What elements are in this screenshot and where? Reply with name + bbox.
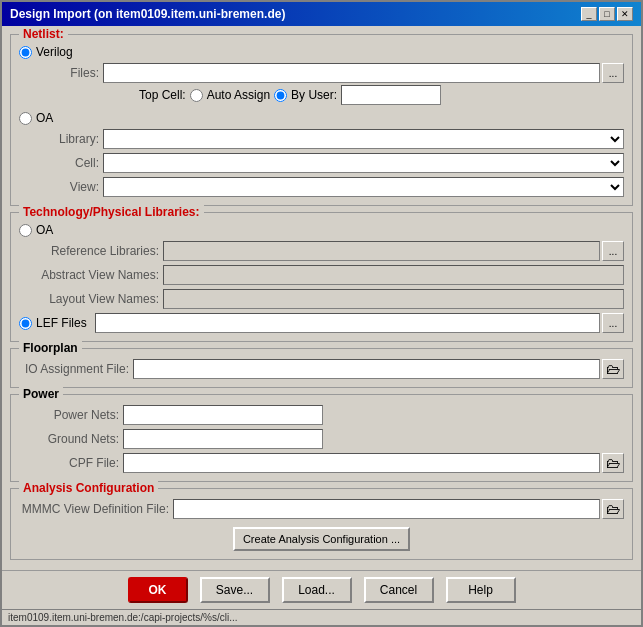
ground-nets-row: Ground Nets: VSS	[19, 429, 624, 449]
status-bar: item0109.item.uni-bremen.de:/capi-projec…	[2, 609, 641, 625]
files-label: Files:	[39, 66, 99, 80]
view-select[interactable]	[103, 177, 624, 197]
cell-select[interactable]	[103, 153, 624, 173]
maximize-button[interactable]: □	[599, 7, 615, 21]
layout-view-label: Layout View Names:	[39, 292, 159, 306]
by-user-input[interactable]: pulpino_top	[341, 85, 441, 105]
io-file-label: IO Assignment File:	[19, 362, 129, 376]
tech-section: Technology/Physical Libraries: OA Refere…	[10, 212, 633, 342]
help-button[interactable]: Help	[446, 577, 516, 603]
tech-oa-radio[interactable]	[19, 224, 32, 237]
window-title: Design Import (on item0109.item.uni-brem…	[10, 7, 285, 21]
library-row: Library:	[19, 129, 624, 149]
main-window: Design Import (on item0109.item.uni-brem…	[0, 0, 643, 627]
mmmc-browse-button[interactable]: 🗁	[602, 499, 624, 519]
mmmc-input[interactable]: cmd/mmmc_pulpino.view	[173, 499, 600, 519]
netlist-section: Netlist: Verilog Files: ../gate/pulpino_…	[10, 34, 633, 206]
tech-oa-row: OA	[19, 223, 624, 237]
oa-label: OA	[36, 111, 53, 125]
lef-files-input-group: ../.././_0_FreePDK45/NangateOpenCellLibr…	[95, 313, 624, 333]
abstract-view-row: Abstract View Names:	[19, 265, 624, 285]
create-analysis-button[interactable]: Create Analysis Configuration ...	[233, 527, 410, 551]
mmmc-row: MMMC View Definition File: cmd/mmmc_pulp…	[19, 499, 624, 519]
mmmc-label: MMMC View Definition File:	[19, 502, 169, 516]
ground-nets-input[interactable]: VSS	[123, 429, 323, 449]
ref-libraries-input-group: ...	[163, 241, 624, 261]
top-cell-row: Top Cell: Auto Assign By User: pulpino_t…	[19, 85, 624, 105]
ok-button[interactable]: OK	[128, 577, 188, 603]
tech-title: Technology/Physical Libraries:	[19, 205, 204, 219]
lef-files-radio[interactable]	[19, 317, 32, 330]
save-button[interactable]: Save...	[200, 577, 270, 603]
analysis-section: Analysis Configuration MMMC View Definit…	[10, 488, 633, 560]
ref-libraries-row: Reference Libraries: ...	[19, 241, 624, 261]
floorplan-title: Floorplan	[19, 341, 82, 355]
view-label: View:	[39, 180, 99, 194]
floorplan-section: Floorplan IO Assignment File: 🗁	[10, 348, 633, 388]
title-bar: Design Import (on item0109.item.uni-brem…	[2, 2, 641, 26]
by-user-radio[interactable]	[274, 89, 287, 102]
lef-files-row: LEF Files ../.././_0_FreePDK45/NangateOp…	[19, 313, 624, 333]
ref-libraries-label: Reference Libraries:	[39, 244, 159, 258]
cell-label: Cell:	[39, 156, 99, 170]
library-select[interactable]	[103, 129, 624, 149]
ground-nets-label: Ground Nets:	[19, 432, 119, 446]
cpf-file-input-group: 🗁	[123, 453, 624, 473]
io-file-input-group: 🗁	[133, 359, 624, 379]
load-button[interactable]: Load...	[282, 577, 352, 603]
ref-libraries-input[interactable]	[163, 241, 600, 261]
verilog-label: Verilog	[36, 45, 73, 59]
auto-assign-radio[interactable]	[190, 89, 203, 102]
power-nets-label: Power Nets:	[19, 408, 119, 422]
verilog-row: Verilog	[19, 45, 624, 59]
cpf-file-row: CPF File: 🗁	[19, 453, 624, 473]
abstract-view-label: Abstract View Names:	[39, 268, 159, 282]
io-file-input[interactable]	[133, 359, 600, 379]
cpf-file-input[interactable]	[123, 453, 600, 473]
footer-buttons: OK Save... Load... Cancel Help	[2, 570, 641, 609]
io-file-browse-button[interactable]: 🗁	[602, 359, 624, 379]
tech-oa-label: OA	[36, 223, 53, 237]
files-row: Files: ../gate/pulpino_top_nangate45.v .…	[19, 63, 624, 83]
oa-radio[interactable]	[19, 112, 32, 125]
oa-row: OA	[19, 111, 624, 125]
cell-row: Cell:	[19, 153, 624, 173]
lef-files-label: LEF Files	[36, 316, 87, 330]
mmmc-input-group: cmd/mmmc_pulpino.view 🗁	[173, 499, 624, 519]
files-browse-button[interactable]: ...	[602, 63, 624, 83]
io-file-row: IO Assignment File: 🗁	[19, 359, 624, 379]
power-nets-input[interactable]: VDD	[123, 405, 323, 425]
close-button[interactable]: ✕	[617, 7, 633, 21]
verilog-radio[interactable]	[19, 46, 32, 59]
status-text: item0109.item.uni-bremen.de:/capi-projec…	[8, 612, 238, 623]
cancel-button[interactable]: Cancel	[364, 577, 434, 603]
cpf-file-browse-button[interactable]: 🗁	[602, 453, 624, 473]
netlist-title: Netlist:	[19, 27, 68, 41]
content-area: Netlist: Verilog Files: ../gate/pulpino_…	[2, 26, 641, 570]
view-row: View:	[19, 177, 624, 197]
create-btn-container: Create Analysis Configuration ...	[19, 523, 624, 551]
power-section: Power Power Nets: VDD Ground Nets: VSS C…	[10, 394, 633, 482]
library-label: Library:	[39, 132, 99, 146]
auto-assign-label: Auto Assign	[207, 88, 270, 102]
power-nets-row: Power Nets: VDD	[19, 405, 624, 425]
by-user-label: By User:	[291, 88, 337, 102]
files-input-group: ../gate/pulpino_top_nangate45.v ...	[103, 63, 624, 83]
lef-files-browse-button[interactable]: ...	[602, 313, 624, 333]
abstract-view-input[interactable]	[163, 265, 624, 285]
cpf-file-label: CPF File:	[19, 456, 119, 470]
lef-files-input[interactable]: ../.././_0_FreePDK45/NangateOpenCellLibr…	[95, 313, 600, 333]
power-title: Power	[19, 387, 63, 401]
minimize-button[interactable]: _	[581, 7, 597, 21]
files-input[interactable]: ../gate/pulpino_top_nangate45.v	[103, 63, 600, 83]
layout-view-row: Layout View Names:	[19, 289, 624, 309]
analysis-title: Analysis Configuration	[19, 481, 158, 495]
layout-view-input[interactable]	[163, 289, 624, 309]
top-cell-label: Top Cell:	[139, 88, 186, 102]
ref-libraries-browse-button[interactable]: ...	[602, 241, 624, 261]
title-bar-buttons: _ □ ✕	[581, 7, 633, 21]
